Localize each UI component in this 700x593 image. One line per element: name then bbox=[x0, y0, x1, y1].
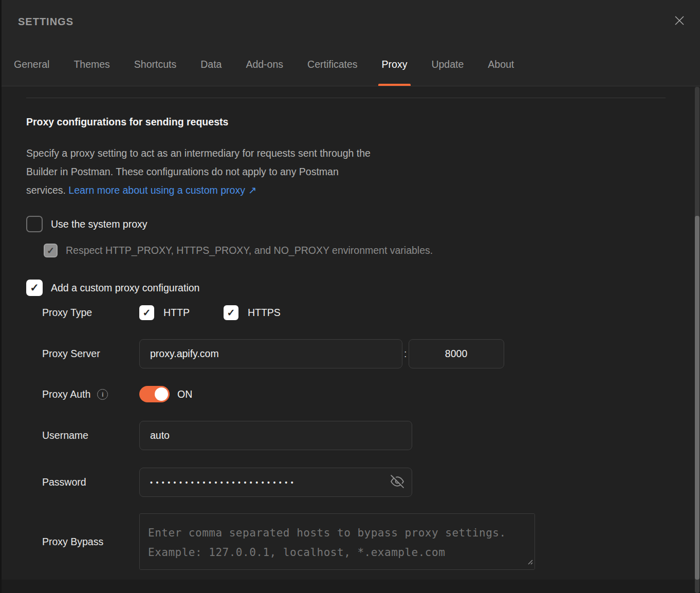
tab-shortcuts[interactable]: Shortcuts bbox=[134, 43, 176, 86]
toggle-state-label: ON bbox=[177, 388, 192, 400]
toggle-password-visibility-button[interactable] bbox=[391, 475, 404, 490]
env-vars-checkbox: ✓ bbox=[44, 244, 58, 257]
settings-tabs: GeneralThemesShortcutsDataAdd-onsCertifi… bbox=[2, 43, 700, 86]
proxy-auth-label: Proxy Auth bbox=[42, 388, 90, 400]
https-checkbox[interactable]: ✓ bbox=[224, 305, 238, 320]
tab-add-ons[interactable]: Add-ons bbox=[246, 43, 283, 86]
tab-themes[interactable]: Themes bbox=[73, 43, 109, 86]
proxy-type-row: Proxy Type ✓ HTTP ✓ HTTPS bbox=[26, 305, 700, 320]
description-line-3-text: services. bbox=[26, 184, 66, 196]
proxy-server-label: Proxy Server bbox=[26, 348, 139, 360]
proxy-server-row: Proxy Server : bbox=[26, 339, 700, 368]
proxy-auth-row: Proxy Auth i ON bbox=[26, 386, 700, 402]
close-icon bbox=[673, 14, 686, 29]
custom-proxy-form: Proxy Type ✓ HTTP ✓ HTTPS Proxy Server : bbox=[26, 305, 700, 570]
tab-data[interactable]: Data bbox=[200, 43, 222, 86]
password-row: Password bbox=[26, 468, 700, 497]
http-label: HTTP bbox=[163, 307, 190, 319]
dialog-title: SETTINGS bbox=[18, 16, 73, 28]
env-vars-row: ✓ Respect HTTP_PROXY, HTTPS_PROXY, and N… bbox=[44, 244, 700, 257]
custom-proxy-row: ✓ Add a custom proxy configuration bbox=[26, 280, 700, 296]
external-link-icon: ↗ bbox=[248, 184, 256, 196]
proxy-bypass-textarea[interactable] bbox=[139, 513, 535, 570]
custom-proxy-checkbox[interactable]: ✓ bbox=[26, 280, 43, 296]
description-line-2: Builder in Postman. These configurations… bbox=[26, 162, 700, 181]
proxy-type-label: Proxy Type bbox=[26, 307, 139, 319]
system-proxy-row: Use the system proxy bbox=[26, 216, 700, 232]
proxy-port-input[interactable] bbox=[409, 339, 504, 368]
section-description: Specify a proxy setting to act as an int… bbox=[26, 144, 700, 199]
section-heading: Proxy configurations for sending request… bbox=[26, 116, 700, 128]
http-checkbox[interactable]: ✓ bbox=[139, 305, 154, 320]
proxy-bypass-label: Proxy Bypass bbox=[26, 536, 139, 548]
tab-about[interactable]: About bbox=[488, 43, 514, 86]
proxy-settings-panel: Proxy configurations for sending request… bbox=[2, 98, 700, 570]
password-label: Password bbox=[26, 476, 139, 488]
scrollbar-track[interactable] bbox=[695, 87, 699, 593]
username-row: Username bbox=[26, 421, 700, 450]
toggle-knob bbox=[155, 387, 168, 401]
host-port-separator: : bbox=[404, 348, 407, 360]
custom-proxy-label: Add a custom proxy configuration bbox=[51, 282, 199, 294]
tab-proxy[interactable]: Proxy bbox=[382, 43, 408, 86]
tab-certificates[interactable]: Certificates bbox=[307, 43, 358, 86]
username-label: Username bbox=[26, 430, 139, 441]
password-input[interactable] bbox=[139, 468, 412, 497]
info-icon[interactable]: i bbox=[97, 389, 108, 400]
eye-off-icon bbox=[391, 475, 404, 490]
tab-general[interactable]: General bbox=[14, 43, 49, 86]
proxy-host-input[interactable] bbox=[139, 339, 402, 368]
system-proxy-checkbox[interactable] bbox=[26, 216, 43, 232]
settings-dialog: SETTINGS GeneralThemesShortcutsDataAdd-o… bbox=[0, 0, 700, 593]
description-line-1: Specify a proxy setting to act as an int… bbox=[26, 144, 700, 162]
description-line-3: services. Learn more about using a custo… bbox=[26, 181, 700, 199]
bottom-fade bbox=[2, 580, 700, 593]
close-button[interactable] bbox=[672, 14, 687, 29]
username-input[interactable] bbox=[139, 421, 412, 450]
dialog-titlebar: SETTINGS bbox=[2, 0, 700, 43]
learn-more-link[interactable]: Learn more about using a custom proxy bbox=[68, 184, 245, 196]
scrollbar-thumb[interactable] bbox=[695, 216, 699, 580]
env-vars-label: Respect HTTP_PROXY, HTTPS_PROXY, and NO_… bbox=[66, 245, 433, 256]
system-proxy-label: Use the system proxy bbox=[51, 218, 147, 230]
tab-update[interactable]: Update bbox=[431, 43, 464, 86]
https-label: HTTPS bbox=[248, 307, 281, 319]
proxy-auth-toggle[interactable] bbox=[139, 386, 170, 402]
section-divider bbox=[26, 98, 666, 98]
proxy-bypass-row: Proxy Bypass bbox=[26, 513, 700, 570]
